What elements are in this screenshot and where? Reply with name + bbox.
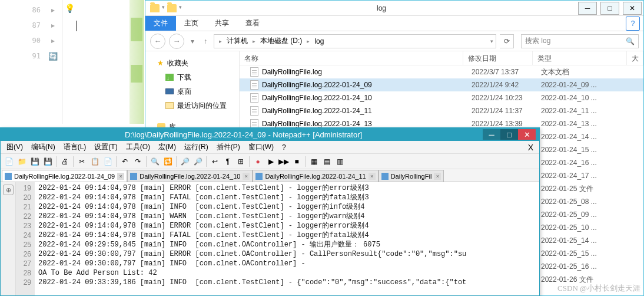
breadcrumb-seg[interactable]: 计算机	[224, 36, 250, 46]
menu-item[interactable]: 窗口(W)	[245, 141, 277, 153]
zoom-out-icon[interactable]: 🔎	[192, 156, 204, 167]
menu-item[interactable]: 图(V)	[3, 141, 26, 153]
up-button[interactable]: ↑	[201, 35, 210, 47]
sync-icon[interactable]: 🔄	[48, 52, 58, 61]
fast-forward-icon[interactable]: ▶▶	[278, 156, 290, 167]
fold-icon[interactable]: ▸	[48, 21, 58, 29]
dropdown-icon[interactable]: ▾	[179, 4, 182, 12]
breadcrumb-seg[interactable]: log	[312, 37, 326, 45]
sidebar-favorites[interactable]: ★收藏夹	[145, 56, 239, 70]
file-type: 2022-01-24_16 ...	[541, 159, 643, 167]
collapse-icon[interactable]: ⊕	[3, 185, 14, 195]
back-button[interactable]: ←	[150, 34, 165, 49]
tab-close-icon[interactable]: ×	[434, 173, 441, 180]
copy-icon[interactable]: 📋	[89, 156, 101, 167]
file-icon	[250, 93, 258, 103]
save-all-icon[interactable]: 💾	[42, 156, 54, 167]
history-dropdown-icon[interactable]: ▾	[188, 35, 197, 47]
redo-icon[interactable]: ↷	[132, 156, 144, 167]
minimize-button[interactable]: ─	[483, 129, 500, 140]
file-row[interactable]: DailyRollingFile.log.2022-01-24_092022/1…	[240, 78, 643, 91]
find-icon[interactable]: 🔍	[149, 156, 161, 167]
play-macro-icon[interactable]: ▶	[265, 156, 277, 167]
npp-titlebar[interactable]: D:\log\DailyRollingFile.log.2022-01-24_0…	[1, 128, 539, 141]
zoom-in-icon[interactable]: 🔎	[179, 156, 191, 167]
ribbon-tab-file[interactable]: 文件	[145, 16, 176, 31]
address-bar[interactable]: ▸ 计算机 ▸ 本地磁盘 (D:) ▸ log ▾	[214, 34, 496, 48]
indent-guide-icon[interactable]: ⊞	[235, 156, 247, 167]
document-tab[interactable]: DailyRollingFile.log.2022-01-24_10×	[127, 170, 253, 182]
stop-icon[interactable]: ■	[291, 156, 303, 167]
file-row[interactable]: DailyRollingFile.log2022/3/7 13:37文本文档	[240, 65, 643, 78]
minimize-button[interactable]: ─	[578, 2, 597, 15]
fold-icon[interactable]: ▸	[48, 6, 58, 14]
replace-icon[interactable]: 🔁	[162, 156, 174, 167]
wordwrap-icon[interactable]: ↩	[209, 156, 221, 167]
folder-icon	[150, 4, 160, 12]
help-button[interactable]: ?	[626, 17, 640, 31]
line-number: 90	[0, 37, 48, 45]
paste-icon[interactable]: 📄	[102, 156, 114, 167]
maximize-button[interactable]: □	[500, 129, 518, 140]
undo-icon[interactable]: ↶	[119, 156, 131, 167]
open-file-icon[interactable]: 📁	[16, 156, 28, 167]
toggle-icon[interactable]: ▥	[334, 156, 346, 167]
close-button[interactable]: ✕	[623, 2, 642, 15]
menu-item[interactable]: 运行(R)	[181, 141, 212, 153]
document-tab[interactable]: DailyRollingFil×	[379, 170, 444, 182]
print-icon[interactable]: 🖨	[59, 156, 71, 167]
maximize-button[interactable]: □	[600, 2, 619, 15]
menu-item[interactable]: 编码(N)	[28, 141, 59, 153]
close-doc-button[interactable]: X	[525, 143, 537, 152]
toggle-icon[interactable]: ▤	[321, 156, 333, 167]
menu-item[interactable]: 宏(M)	[155, 141, 180, 153]
col-date[interactable]: 修改日期	[463, 51, 533, 65]
file-date: 2022/1/24 9:42	[472, 81, 541, 89]
tab-label: DailyRollingFile.log.2022-01-24_09	[14, 173, 115, 180]
fold-icon[interactable]: ▸	[48, 37, 58, 45]
document-tab[interactable]: DailyRollingFile.log.2022-01-24_09×	[2, 170, 127, 182]
menu-item[interactable]: 语言(L)	[60, 141, 90, 153]
ribbon-tab-share[interactable]: 共享	[207, 16, 237, 31]
dropdown-icon[interactable]: ▾	[162, 4, 165, 12]
forward-button[interactable]: →	[169, 34, 184, 49]
ribbon-tabs: 文件 主页 共享 查看 ?	[145, 16, 643, 31]
save-icon[interactable]: 💾	[29, 156, 41, 167]
explorer-titlebar[interactable]: ▾ ▾ log ─ □ ✕	[145, 1, 643, 16]
menu-item[interactable]: ?	[278, 142, 290, 153]
col-size[interactable]: 大	[627, 51, 643, 65]
menu-item[interactable]: 工具(O)	[122, 141, 154, 153]
sidebar-recent[interactable]: 最近访问的位置	[145, 98, 239, 113]
sidebar-desktop[interactable]: 桌面	[145, 84, 239, 98]
tab-close-icon[interactable]: ×	[243, 173, 250, 180]
toggle-icon[interactable]: ▦	[308, 156, 320, 167]
file-type: 2022-01-25_10 ...	[541, 223, 643, 232]
file-row[interactable]: DailyRollingFile.log.2022-01-24_112022/1…	[240, 104, 643, 117]
ribbon-tab-view[interactable]: 查看	[237, 16, 268, 31]
tab-close-icon[interactable]: ×	[369, 173, 376, 180]
tab-close-icon[interactable]: ×	[117, 173, 124, 180]
line-number: 26	[16, 249, 31, 259]
ribbon-tab-home[interactable]: 主页	[176, 16, 207, 31]
close-button[interactable]: ✕	[518, 129, 536, 140]
menu-item[interactable]: 插件(P)	[213, 141, 244, 153]
search-input[interactable]: 搜索 log 🔍	[521, 34, 639, 48]
record-macro-icon[interactable]: ●	[252, 156, 264, 167]
ide-minimap[interactable]	[130, 0, 144, 124]
file-row[interactable]: DailyRollingFile.log.2022-01-24_102022/1…	[240, 91, 643, 104]
new-file-icon[interactable]: 📄	[3, 156, 15, 167]
npp-text-area[interactable]: 2022-01-24 09:14:04,978 [main] ERROR [co…	[35, 182, 539, 295]
sidebar-downloads[interactable]: 下载	[145, 70, 239, 84]
document-tab[interactable]: DailyRollingFile.log.2022-01-24_11×	[253, 170, 378, 182]
menu-item[interactable]: 设置(T)	[91, 141, 121, 153]
col-type[interactable]: 类型	[533, 51, 627, 65]
col-name[interactable]: 名称	[240, 51, 463, 65]
show-all-chars-icon[interactable]: ¶	[222, 156, 234, 167]
cut-icon[interactable]: ✂	[76, 156, 88, 167]
lightbulb-icon[interactable]: 💡	[65, 4, 75, 13]
refresh-button[interactable]: ⟳	[500, 34, 514, 48]
search-icon[interactable]: 🔍	[626, 37, 635, 45]
npp-menubar: 图(V)编码(N)语言(L)设置(T)工具(O)宏(M)运行(R)插件(P)窗口…	[1, 141, 539, 154]
breadcrumb-seg[interactable]: 本地磁盘 (D:)	[258, 36, 304, 46]
desktop-icon	[165, 88, 174, 94]
